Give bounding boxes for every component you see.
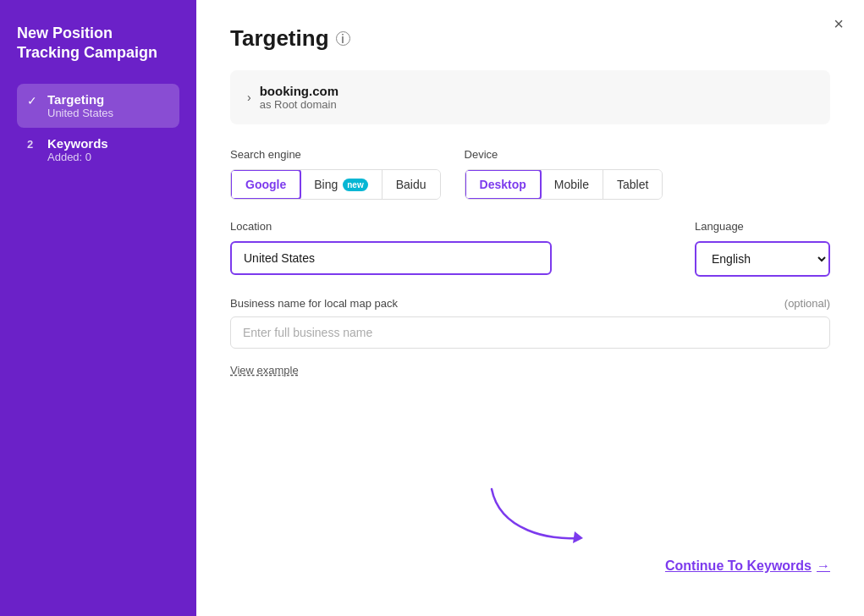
page-title: Targeting i xyxy=(230,25,830,52)
search-engine-google[interactable]: Google xyxy=(230,169,301,200)
search-device-row: Search engine Google Bing new Baidu Devi… xyxy=(230,148,830,200)
device-label: Device xyxy=(465,148,663,161)
close-button[interactable]: × xyxy=(834,15,844,32)
location-label: Location xyxy=(230,220,671,233)
language-select[interactable]: English Spanish French German Italian xyxy=(695,241,830,277)
language-group: Language English Spanish French German I… xyxy=(695,220,830,277)
sidebar-targeting-label: Targeting xyxy=(47,92,113,107)
search-engine-buttons: Google Bing new Baidu xyxy=(230,169,441,200)
device-desktop[interactable]: Desktop xyxy=(465,169,542,200)
continue-arrow-icon: → xyxy=(817,558,830,574)
location-input[interactable] xyxy=(230,241,552,275)
sidebar-item-keywords[interactable]: 2 Keywords Added: 0 xyxy=(17,128,179,172)
business-name-label: Business name for local map pack xyxy=(230,297,398,310)
chevron-right-icon[interactable]: › xyxy=(247,91,251,104)
optional-label: (optional) xyxy=(784,297,830,310)
view-example-link[interactable]: View example xyxy=(230,364,299,377)
domain-type: as Root domain xyxy=(260,98,338,111)
device-mobile[interactable]: Mobile xyxy=(541,170,603,199)
search-engine-baidu[interactable]: Baidu xyxy=(382,170,440,199)
svg-marker-0 xyxy=(573,531,583,543)
search-engine-bing[interactable]: Bing new xyxy=(300,170,382,199)
sidebar: New Position Tracking Campaign ✓ Targeti… xyxy=(0,0,196,616)
sidebar-targeting-sub: United States xyxy=(47,107,113,119)
device-group: Device Desktop Mobile Tablet xyxy=(465,148,663,200)
device-buttons: Desktop Mobile Tablet xyxy=(465,169,663,200)
business-name-header: Business name for local map pack (option… xyxy=(230,297,830,310)
sidebar-title: New Position Tracking Campaign xyxy=(17,24,179,63)
sidebar-keywords-sub: Added: 0 xyxy=(47,151,108,163)
language-label: Language xyxy=(695,220,830,233)
domain-name: booking.com xyxy=(260,84,338,98)
continue-button[interactable]: Continue To Keywords → xyxy=(665,558,830,574)
business-name-input[interactable] xyxy=(230,316,830,349)
info-icon[interactable]: i xyxy=(336,31,350,46)
check-icon: ✓ xyxy=(27,94,39,107)
location-language-row: Location Language English Spanish French… xyxy=(230,220,830,277)
location-group: Location xyxy=(230,220,671,277)
domain-card: › booking.com as Root domain xyxy=(230,70,830,124)
sidebar-item-targeting[interactable]: ✓ Targeting United States xyxy=(17,84,179,128)
search-engine-label: Search engine xyxy=(230,148,441,161)
continue-area: Continue To Keywords → xyxy=(665,558,830,574)
business-name-section: Business name for local map pack (option… xyxy=(230,297,830,349)
sidebar-keywords-label: Keywords xyxy=(47,136,108,151)
sidebar-nav: ✓ Targeting United States 2 Keywords Add… xyxy=(17,84,179,172)
sidebar-keywords-number: 2 xyxy=(27,138,39,151)
search-engine-group: Search engine Google Bing new Baidu xyxy=(230,148,441,200)
arrow-decoration xyxy=(483,481,585,548)
main-content: × Targeting i › booking.com as Root doma… xyxy=(196,0,864,616)
device-tablet[interactable]: Tablet xyxy=(603,170,662,199)
new-badge: new xyxy=(343,179,367,191)
